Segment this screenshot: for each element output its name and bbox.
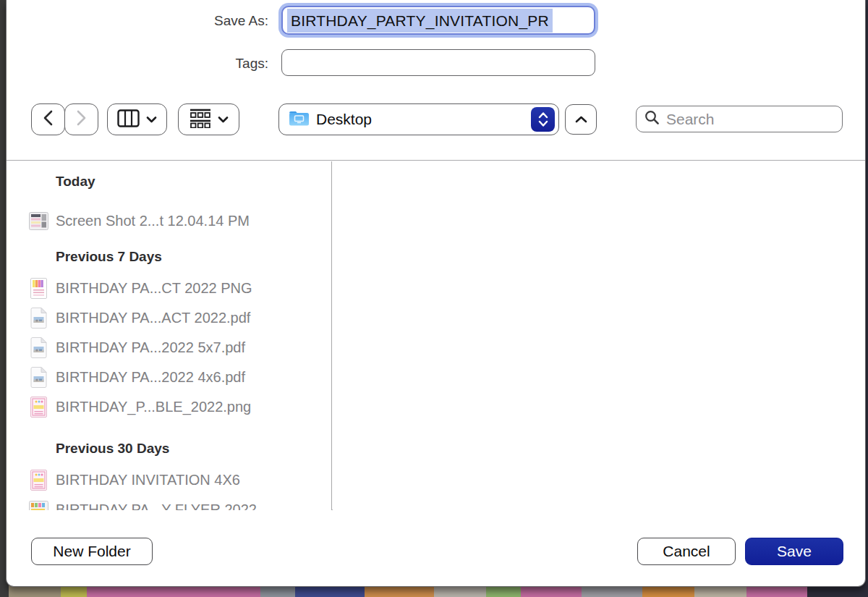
search-icon — [644, 110, 660, 128]
chevron-down-icon — [146, 113, 157, 126]
screenshot-thumbnail-icon — [28, 210, 48, 232]
invitation-thumbnail-icon — [28, 396, 48, 418]
file-row[interactable]: Screen Shot 2...t 12.04.14 PM — [7, 206, 331, 235]
file-row[interactable]: BIRTHDAY PA...Y FLYER 2022 — [7, 495, 331, 510]
dialog-header: Save As: BIRTHDAY_PARTY_INVITATION_PR Ta… — [7, 0, 865, 161]
file-name: BIRTHDAY INVITATION 4X6 — [56, 472, 240, 488]
file-row[interactable]: BIRTHDAY PA...CT 2022 PNG — [7, 274, 331, 302]
chevron-up-icon — [575, 113, 587, 126]
cancel-button[interactable]: Cancel — [637, 538, 736, 565]
pdf-thumbnail-icon — [28, 336, 48, 358]
file-name: BIRTHDAY PA...CT 2022 PNG — [56, 280, 252, 297]
file-browser: Today Screen Shot 2...t 12.04.14 PM Prev… — [7, 161, 865, 510]
back-button[interactable] — [31, 103, 65, 135]
section-header-previous-7-days: Previous 7 Days — [56, 247, 162, 267]
filename-selected-text: BIRTHDAY_PARTY_INVITATION_PR — [287, 9, 553, 33]
invitation-thumbnail-icon — [28, 469, 48, 491]
location-selected-value: Desktop — [316, 111, 531, 128]
file-row[interactable]: BIRTHDAY PA...2022 4x6.pdf — [7, 363, 331, 391]
file-name: Screen Shot 2...t 12.04.14 PM — [56, 213, 250, 229]
chevron-down-icon — [218, 113, 229, 126]
dropdown-stepper-icon — [531, 107, 555, 132]
forward-button[interactable] — [64, 103, 98, 135]
file-list-column[interactable]: Today Screen Shot 2...t 12.04.14 PM Prev… — [7, 161, 332, 510]
section-header-previous-30-days: Previous 30 Days — [56, 439, 169, 459]
file-name: BIRTHDAY_P...BLE_2022.png — [56, 399, 251, 415]
pdf-thumbnail-icon — [28, 366, 48, 388]
column-view-button[interactable] — [107, 103, 167, 135]
file-name: BIRTHDAY PA...Y FLYER 2022 — [56, 501, 257, 511]
file-name: BIRTHDAY PA...2022 5x7.pdf — [56, 339, 245, 356]
file-row[interactable]: BIRTHDAY PA...2022 5x7.pdf — [7, 333, 331, 362]
file-name: BIRTHDAY PA...2022 4x6.pdf — [56, 369, 245, 386]
preview-column[interactable] — [333, 161, 865, 510]
section-header-today: Today — [56, 172, 95, 192]
file-row[interactable]: BIRTHDAY PA...ACT 2022.pdf — [7, 303, 331, 332]
tags-input[interactable] — [281, 49, 595, 76]
tags-label: Tags: — [7, 56, 268, 72]
group-view-button[interactable] — [178, 103, 239, 135]
search-input[interactable]: Search — [636, 106, 843, 132]
save-as-label: Save As: — [7, 13, 268, 29]
filename-input[interactable]: BIRTHDAY_PARTY_INVITATION_PR — [281, 6, 595, 35]
pdf-thumbnail-icon — [28, 307, 48, 329]
column-view-icon — [117, 109, 140, 130]
new-folder-button[interactable]: New Folder — [31, 538, 153, 565]
save-button[interactable]: Save — [745, 538, 843, 565]
desktop-folder-icon — [289, 110, 310, 130]
chevron-right-icon — [76, 110, 87, 129]
file-row[interactable]: BIRTHDAY INVITATION 4X6 — [7, 465, 331, 494]
file-row[interactable]: BIRTHDAY_P...BLE_2022.png — [7, 392, 331, 421]
chevron-left-icon — [43, 110, 54, 129]
collapse-panel-button[interactable] — [565, 104, 597, 135]
location-dropdown[interactable]: Desktop — [278, 103, 559, 135]
search-placeholder: Search — [666, 111, 715, 128]
group-view-icon — [190, 109, 211, 131]
png-thumbnail-icon — [28, 277, 48, 299]
save-dialog: Save As: BIRTHDAY_PARTY_INVITATION_PR Ta… — [6, 0, 866, 587]
file-name: BIRTHDAY PA...ACT 2022.pdf — [56, 310, 250, 326]
flyer-thumbnail-icon — [28, 499, 48, 510]
